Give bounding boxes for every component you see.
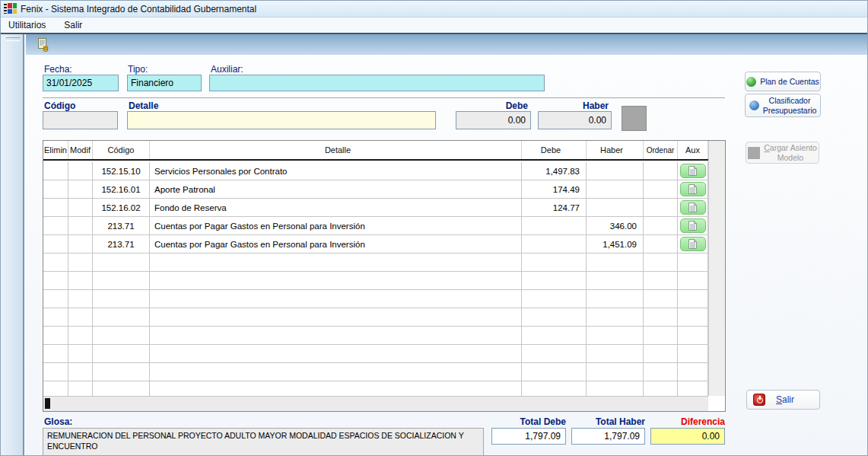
- grid-header-haber[interactable]: Haber: [587, 141, 644, 159]
- cell-codigo: [93, 254, 150, 271]
- plan-de-cuentas-button[interactable]: Plan de Cuentas: [745, 72, 821, 91]
- cell-haber: [587, 254, 644, 271]
- grid-header-código[interactable]: Código: [93, 141, 150, 159]
- aux-button[interactable]: [680, 182, 706, 196]
- table-row[interactable]: 152.16.01Aporte Patronal174.49: [43, 180, 708, 199]
- cell-elimin: [43, 217, 68, 234]
- cell-aux: [678, 235, 708, 253]
- haber-input[interactable]: 0.00: [538, 111, 612, 129]
- cell-aux: [678, 327, 708, 344]
- left-splitter-panel[interactable]: [1, 34, 24, 456]
- debe-input[interactable]: 0.00: [456, 111, 531, 129]
- grid-header-modif[interactable]: Modif: [68, 141, 93, 159]
- cell-elimin: [43, 308, 68, 326]
- clasificador-label: Clasificador Presupuestario: [763, 96, 817, 114]
- cell-elimin: [43, 235, 68, 253]
- cell-modif: [68, 235, 93, 253]
- aux-button[interactable]: [680, 218, 706, 233]
- salir-button[interactable]: Salir: [746, 390, 820, 410]
- table-row: [43, 272, 708, 290]
- cell-codigo: [93, 381, 150, 396]
- codigo-label: Código: [44, 100, 75, 111]
- cell-elimin: [43, 363, 68, 381]
- cell-aux: [678, 363, 708, 381]
- cell-codigo: 152.15.10: [93, 162, 150, 180]
- aux-button[interactable]: [680, 237, 706, 251]
- cell-debe: [522, 308, 587, 326]
- table-row[interactable]: 152.15.10Servicios Personales por Contra…: [43, 162, 708, 180]
- debe-label: Debe: [456, 100, 528, 111]
- power-icon: [753, 394, 765, 406]
- horizontal-scrollbar[interactable]: [43, 396, 708, 411]
- grid-header-debe[interactable]: Debe: [522, 141, 587, 159]
- cell-aux: [678, 180, 708, 198]
- table-row[interactable]: 152.16.02Fondo de Reserva124.77: [43, 199, 708, 217]
- cell-elimin: [43, 381, 68, 396]
- grid-header-ordenar[interactable]: Ordenar: [644, 141, 678, 159]
- clasificador-presupuestario-button[interactable]: Clasificador Presupuestario: [745, 94, 821, 117]
- auxiliar-label: Auxiliar:: [211, 64, 243, 75]
- form-divider: [43, 97, 725, 98]
- cell-debe: [522, 272, 587, 289]
- splitter-grip-icon[interactable]: [6, 37, 20, 41]
- gray-square-icon: [748, 147, 760, 159]
- haber-label: Haber: [538, 100, 609, 111]
- table-row: [43, 381, 708, 396]
- aux-document-icon: [688, 202, 698, 213]
- detalle-label: Detalle: [129, 100, 158, 111]
- table-row: [43, 345, 708, 363]
- menu-utilitarios[interactable]: Utilitarios: [7, 19, 47, 31]
- table-row: [43, 363, 708, 381]
- grid-header-aux[interactable]: Aux: [678, 141, 708, 159]
- cargar-asiento-modelo-button: Cargar Asiento Modelo: [746, 142, 819, 164]
- cell-detalle: Fondo de Reserva: [150, 199, 522, 216]
- table-row[interactable]: 213.71Cuentas por Pagar Gastos en Person…: [43, 217, 708, 235]
- cell-codigo: [93, 272, 150, 289]
- glosa-textarea[interactable]: REMUNERACION DEL PERSONAL PROYECTO ADULT…: [43, 428, 484, 456]
- cell-ordenar: [644, 162, 678, 180]
- salir-label: Salir: [776, 394, 794, 405]
- aux-button[interactable]: [680, 164, 706, 178]
- total-haber-field: 1,797.09: [571, 428, 645, 445]
- grid-header-elimin[interactable]: Elimin: [43, 141, 68, 159]
- cell-debe: [522, 254, 587, 271]
- table-row: [43, 290, 708, 308]
- fecha-input[interactable]: 31/01/2025: [43, 75, 119, 91]
- cell-aux: [678, 199, 708, 216]
- codigo-input[interactable]: [43, 111, 118, 129]
- entries-grid: EliminModifCódigoDetalleDebeHaberOrdenar…: [43, 140, 726, 412]
- cell-ordenar: [644, 327, 678, 344]
- title-bar: Fenix - Sistema Integrado de Contabilida…: [1, 1, 867, 18]
- grid-rows: 152.15.10Servicios Personales por Contra…: [43, 162, 708, 396]
- cell-aux: [678, 217, 708, 234]
- cell-haber: [587, 180, 644, 198]
- cell-haber: [587, 162, 644, 180]
- total-debe-field: 1,797.09: [491, 428, 566, 445]
- cell-haber: [587, 290, 644, 308]
- cell-aux: [678, 254, 708, 271]
- scrollbar-thumb[interactable]: [45, 398, 50, 409]
- tipo-input[interactable]: Financiero: [127, 75, 202, 91]
- cell-ordenar: [644, 290, 678, 308]
- grid-header-detalle[interactable]: Detalle: [150, 141, 522, 159]
- aux-button[interactable]: [680, 200, 706, 215]
- cell-elimin: [43, 290, 68, 308]
- table-row[interactable]: 213.71Cuentas por Pagar Gastos en Person…: [43, 235, 708, 254]
- cell-haber: [587, 272, 644, 289]
- cell-ordenar: [644, 180, 678, 198]
- blank-action-button[interactable]: [622, 106, 647, 131]
- cell-ordenar: [644, 254, 678, 271]
- cell-ordenar: [644, 272, 678, 289]
- table-row: [43, 327, 708, 345]
- diferencia-label: Diferencia: [650, 416, 725, 427]
- new-document-button[interactable]: [34, 37, 52, 53]
- cell-modif: [68, 272, 93, 289]
- cell-modif: [68, 180, 93, 198]
- auxiliar-input[interactable]: [209, 75, 545, 91]
- detalle-input[interactable]: [127, 111, 436, 129]
- menu-salir[interactable]: Salir: [62, 19, 84, 31]
- diferencia-field: 0.00: [650, 428, 725, 445]
- cell-modif: [68, 162, 93, 180]
- cell-debe: [522, 290, 587, 308]
- vertical-scrollbar[interactable]: [708, 141, 725, 396]
